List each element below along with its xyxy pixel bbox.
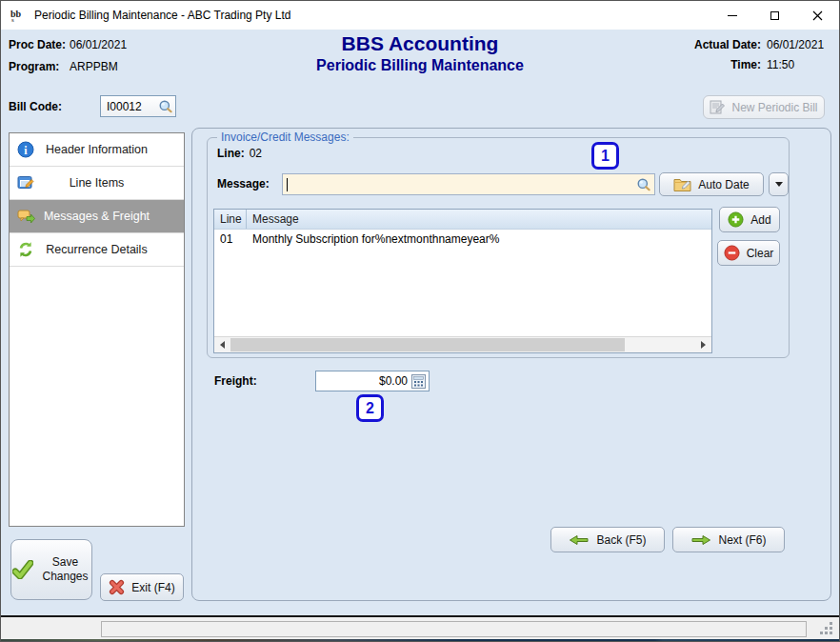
auto-date-button[interactable]: Auto Date xyxy=(659,172,764,196)
clear-button[interactable]: Clear xyxy=(717,240,780,266)
freight-input[interactable]: $0.00 xyxy=(315,371,430,391)
freight-label: Freight: xyxy=(214,374,257,388)
next-button[interactable]: Next (F6) xyxy=(672,527,785,552)
messages-table: Line Message 01 Monthly Subscription for… xyxy=(213,209,712,353)
sidebar-nav: i Header Information Line Items Messages… xyxy=(9,132,185,527)
new-periodic-bill-label: New Periodic Bill xyxy=(731,101,817,114)
resize-grip[interactable] xyxy=(830,622,832,625)
info-icon: i xyxy=(17,141,34,158)
table-row[interactable]: 01 Monthly Subscription for%nextmonthnam… xyxy=(214,230,711,246)
maximize-icon xyxy=(770,11,779,20)
line-items-icon xyxy=(17,174,34,191)
add-icon xyxy=(728,211,744,228)
annotation-step-1: 1 xyxy=(591,142,619,170)
search-icon[interactable] xyxy=(158,99,173,114)
horizontal-scrollbar[interactable] xyxy=(214,336,711,352)
time-value: 11:50 xyxy=(767,58,833,71)
new-bill-icon xyxy=(710,100,726,115)
app-logo-icon: bbs xyxy=(10,7,27,24)
check-icon xyxy=(12,560,33,579)
clear-label: Clear xyxy=(747,247,774,260)
time-label: Time: xyxy=(681,58,761,71)
new-periodic-bill-button[interactable]: New Periodic Bill xyxy=(703,95,825,119)
scroll-right-button[interactable] xyxy=(695,337,711,352)
app-window: bbs Periodic Billing Maintenance - ABC T… xyxy=(0,0,840,642)
message-label: Message: xyxy=(217,177,270,191)
group-title: Invoice/Credit Messages: xyxy=(217,130,353,144)
recurrence-icon xyxy=(17,241,34,258)
freight-value: $0.00 xyxy=(316,374,411,388)
clear-icon xyxy=(724,245,740,261)
maximize-button[interactable] xyxy=(753,1,796,30)
sidebar-item-recurrence-details[interactable]: Recurrence Details xyxy=(10,233,184,267)
date-time-block: Actual Date: 06/01/2021 Time: 11:50 xyxy=(681,38,833,71)
sidebar-item-label: Header Information xyxy=(10,143,184,156)
sidebar-item-header-information[interactable]: i Header Information xyxy=(10,133,184,167)
sidebar-item-messages-freight[interactable]: Messages & Freight xyxy=(10,200,184,233)
exit-label: Exit (F4) xyxy=(131,581,174,594)
arrow-left-icon xyxy=(569,533,590,547)
text-caret xyxy=(287,178,288,191)
calculator-icon[interactable] xyxy=(411,374,426,389)
close-x-icon xyxy=(109,579,125,595)
cell-message: Monthly Subscription for%nextmonthnameye… xyxy=(247,230,711,246)
title-bar: bbs Periodic Billing Maintenance - ABC T… xyxy=(1,1,839,30)
save-changes-button[interactable]: Save Changes xyxy=(10,539,92,600)
auto-date-icon xyxy=(673,177,691,191)
scroll-left-button[interactable] xyxy=(214,337,230,352)
back-label: Back (F5) xyxy=(596,533,646,547)
auto-date-label: Auto Date xyxy=(698,178,749,191)
annotation-step-2: 2 xyxy=(356,394,384,422)
column-header-message: Message xyxy=(247,210,711,229)
close-icon xyxy=(812,10,823,21)
svg-text:s: s xyxy=(11,16,14,23)
actual-date-value: 06/01/2021 xyxy=(767,38,833,51)
invoice-credit-messages-group: Invoice/Credit Messages: Line: 02 Messag… xyxy=(207,137,790,358)
next-label: Next (F6) xyxy=(718,533,766,547)
arrow-right-icon xyxy=(690,533,711,547)
close-button[interactable] xyxy=(796,1,839,30)
actual-date-label: Actual Date: xyxy=(681,38,761,51)
window-controls xyxy=(710,1,839,30)
bill-code-value: I00012 xyxy=(101,100,158,113)
save-changes-label: Save Changes xyxy=(40,555,91,584)
add-label: Add xyxy=(750,213,770,227)
arrow-right-icon xyxy=(701,341,706,349)
message-input[interactable] xyxy=(282,173,655,195)
bill-code-input[interactable]: I00012 xyxy=(100,95,176,117)
line-number-row: Line: 02 xyxy=(217,147,262,160)
search-icon[interactable] xyxy=(636,177,651,192)
minimize-icon xyxy=(728,15,737,16)
line-label: Line: xyxy=(217,147,245,160)
cell-line: 01 xyxy=(214,230,247,246)
status-panel xyxy=(101,621,807,637)
minimize-button[interactable] xyxy=(710,1,753,30)
table-header: Line Message xyxy=(214,210,711,230)
auto-date-dropdown-button[interactable] xyxy=(769,172,789,196)
back-button[interactable]: Back (F5) xyxy=(550,527,665,552)
line-value: 02 xyxy=(250,147,262,160)
scrollbar-thumb[interactable] xyxy=(230,338,625,351)
messages-icon xyxy=(17,208,36,225)
arrow-left-icon xyxy=(220,341,225,349)
sidebar-item-label: Line Items xyxy=(10,176,184,190)
add-button[interactable]: Add xyxy=(719,207,780,232)
chevron-down-icon xyxy=(775,182,783,187)
status-bar xyxy=(1,617,839,639)
sidebar-item-label: Recurrence Details xyxy=(10,243,184,256)
exit-button[interactable]: Exit (F4) xyxy=(100,573,184,601)
column-header-line: Line xyxy=(214,210,247,229)
window-title: Periodic Billing Maintenance - ABC Tradi… xyxy=(34,9,290,22)
bill-code-label: Bill Code: xyxy=(9,100,62,113)
sidebar-item-line-items[interactable]: Line Items xyxy=(10,167,184,200)
